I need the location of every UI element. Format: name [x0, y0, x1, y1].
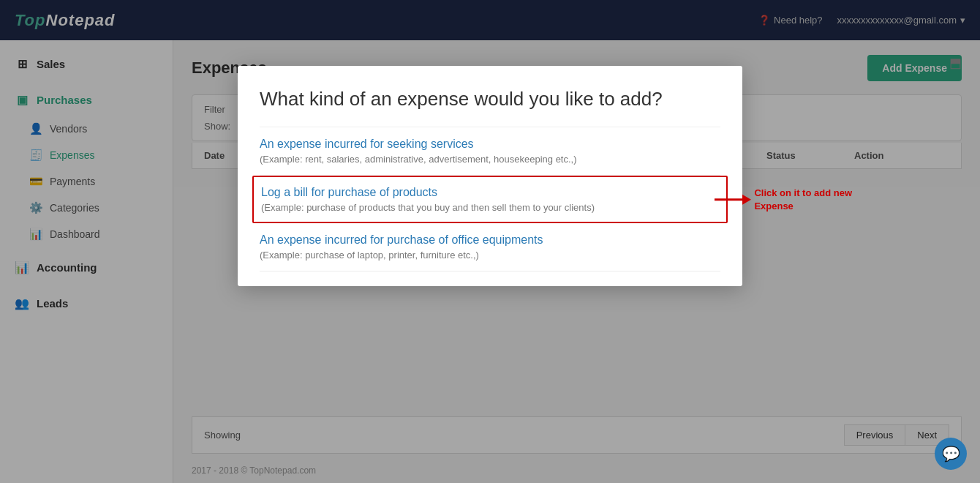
option-services-heading: An expense incurred for seeking services [260, 138, 720, 151]
svg-marker-1 [742, 195, 751, 205]
option-office-heading: An expense incurred for purchase of offi… [260, 233, 720, 247]
expense-option-products[interactable]: Log a bill for purchase of products (Exa… [252, 176, 728, 223]
annotation-arrow-icon [715, 190, 751, 210]
option-products-example: (Example: purchase of products that you … [261, 202, 719, 213]
chat-icon: 💬 [942, 445, 960, 463]
annotation: Click on it to add newExpense [715, 186, 852, 212]
annotation-text: Click on it to add newExpense [754, 186, 852, 212]
option-products-heading: Log a bill for purchase of products [261, 186, 719, 199]
expense-option-services[interactable]: An expense incurred for seeking services… [260, 127, 720, 176]
modal-overlay[interactable]: What kind of an expense would you like t… [0, 0, 980, 483]
expense-type-modal: What kind of an expense would you like t… [238, 66, 742, 286]
chat-bubble[interactable]: 💬 [935, 438, 967, 470]
option-office-example: (Example: purchase of laptop, printer, f… [260, 250, 720, 261]
expense-option-office[interactable]: An expense incurred for purchase of offi… [260, 223, 720, 272]
modal-title: What kind of an expense would you like t… [260, 88, 720, 111]
option-services-example: (Example: rent, salaries, administrative… [260, 154, 720, 165]
